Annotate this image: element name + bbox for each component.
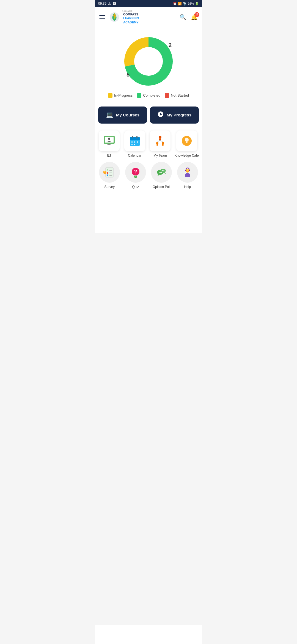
svg-rect-30 bbox=[186, 142, 188, 143]
svg-rect-8 bbox=[108, 144, 110, 144]
svg-rect-21 bbox=[159, 138, 161, 140]
chart-legend: In-Progress Completed Not Started bbox=[108, 93, 189, 98]
quiz-icon-circle: ? bbox=[125, 162, 146, 183]
donut-svg bbox=[121, 34, 176, 89]
svg-line-33 bbox=[185, 138, 185, 138]
svg-point-62 bbox=[186, 169, 189, 171]
ilt-label: ILT bbox=[107, 154, 111, 157]
chart-label-completed: 5 bbox=[127, 72, 130, 78]
svg-rect-25 bbox=[156, 144, 158, 146]
search-button[interactable]: 🔍 bbox=[180, 14, 186, 20]
svg-rect-12 bbox=[130, 139, 140, 140]
hamburger-menu[interactable] bbox=[99, 15, 105, 19]
notification-button[interactable]: 🔔 18 bbox=[191, 14, 198, 20]
legend-label-inprogress: In-Progress bbox=[114, 93, 133, 97]
svg-point-57 bbox=[161, 172, 162, 173]
header: SAMARTH COMPASS LEARNING ACADEMY 🔍 🔔 18 bbox=[95, 7, 202, 27]
svg-point-50 bbox=[135, 175, 136, 176]
logo-text-block: SAMARTH COMPASS LEARNING ACADEMY bbox=[122, 10, 139, 24]
cta-section: 💻 My Courses My Progress bbox=[95, 101, 202, 127]
battery-text: 16% bbox=[188, 2, 194, 5]
svg-rect-16 bbox=[134, 141, 135, 143]
svg-point-4 bbox=[135, 48, 162, 75]
logo-icon bbox=[109, 12, 120, 22]
svg-line-22 bbox=[157, 140, 160, 142]
header-right: 🔍 🔔 18 bbox=[180, 14, 198, 20]
knowledgecafe-icon-box bbox=[176, 130, 197, 151]
help-label: Help bbox=[184, 185, 191, 189]
myteam-label: My Team bbox=[153, 154, 167, 157]
status-bar: 09:39 ⚠ 🖼 ⏰ 📶 📡 16% 🔋 bbox=[95, 0, 202, 7]
grid-item-ilt[interactable]: ILT bbox=[98, 130, 120, 157]
svg-rect-9 bbox=[107, 144, 111, 145]
progress-icon bbox=[157, 111, 164, 119]
grid-item-knowledgecafe[interactable]: Knowledge Cafe bbox=[175, 130, 199, 157]
grid-row-2: Survey ? Quiz bbox=[98, 162, 199, 189]
alarm-icon: ⏰ bbox=[173, 2, 177, 6]
svg-rect-18 bbox=[131, 144, 133, 145]
grid-item-calendar[interactable]: Calendar bbox=[124, 130, 146, 157]
grid-item-quiz[interactable]: ? Quiz bbox=[125, 162, 147, 189]
image-icon: 🖼 bbox=[113, 2, 116, 6]
legend-dot-inprogress bbox=[108, 93, 112, 98]
notification-badge: 18 bbox=[194, 12, 199, 17]
opinionpoll-label: Opinion Poll bbox=[153, 185, 170, 189]
survey-icon-circle bbox=[99, 162, 120, 183]
calendar-icon-box bbox=[124, 130, 145, 151]
quiz-label: Quiz bbox=[132, 185, 139, 189]
calendar-label: Calendar bbox=[128, 154, 141, 157]
svg-rect-17 bbox=[137, 141, 138, 143]
grid-item-myteam[interactable]: My Team bbox=[149, 130, 171, 157]
courses-label: My Courses bbox=[116, 113, 139, 117]
wifi-icon: 📶 bbox=[178, 2, 182, 6]
my-courses-button[interactable]: 💻 My Courses bbox=[98, 107, 147, 124]
signal-icon: 📡 bbox=[183, 2, 187, 6]
svg-point-26 bbox=[162, 142, 164, 144]
opinionpoll-icon-circle bbox=[151, 162, 172, 183]
chart-section: 2 5 In-Progress Completed Not Started bbox=[95, 27, 202, 101]
svg-point-56 bbox=[160, 172, 161, 173]
myteam-icon-box bbox=[150, 130, 170, 151]
svg-line-23 bbox=[160, 140, 163, 142]
svg-text:?: ? bbox=[134, 169, 137, 174]
legend-dot-completed bbox=[137, 93, 141, 98]
legend-label-notstarted: Not Started bbox=[171, 93, 189, 97]
status-left: 09:39 ⚠ 🖼 bbox=[98, 2, 116, 6]
chart-label-inprogress: 2 bbox=[169, 42, 172, 48]
svg-point-60 bbox=[164, 170, 164, 171]
svg-rect-31 bbox=[186, 143, 187, 143]
grid-section: ILT bbox=[95, 127, 202, 195]
legend-inprogress: In-Progress bbox=[108, 93, 133, 98]
svg-line-34 bbox=[188, 138, 188, 138]
my-progress-button[interactable]: My Progress bbox=[150, 107, 199, 124]
grid-item-opinionpoll[interactable]: Opinion Poll bbox=[150, 162, 172, 189]
grid-item-survey[interactable]: Survey bbox=[98, 162, 120, 189]
survey-label: Survey bbox=[105, 185, 115, 189]
legend-label-completed: Completed bbox=[143, 93, 160, 97]
courses-icon: 💻 bbox=[106, 111, 113, 119]
svg-point-55 bbox=[159, 172, 160, 173]
svg-rect-13 bbox=[132, 136, 133, 138]
grid-item-help[interactable]: Help bbox=[177, 162, 199, 189]
help-icon-circle bbox=[177, 162, 198, 183]
status-right: ⏰ 📶 📡 16% 🔋 bbox=[173, 2, 199, 6]
svg-rect-40 bbox=[107, 172, 108, 174]
grid-row-1: ILT bbox=[98, 130, 199, 157]
svg-rect-19 bbox=[134, 144, 135, 145]
svg-rect-15 bbox=[131, 141, 133, 143]
nav-spacer bbox=[95, 195, 202, 228]
legend-notstarted: Not Started bbox=[165, 93, 189, 98]
svg-rect-41 bbox=[107, 174, 108, 176]
svg-rect-64 bbox=[189, 170, 190, 171]
main-content: 2 5 In-Progress Completed Not Started 💻 … bbox=[95, 27, 202, 233]
knowledgecafe-label: Knowledge Cafe bbox=[175, 154, 199, 157]
legend-dot-notstarted bbox=[165, 93, 169, 98]
svg-point-29 bbox=[185, 138, 189, 142]
samarth-label: SAMARTH bbox=[122, 10, 139, 12]
svg-point-7 bbox=[108, 138, 110, 140]
svg-rect-14 bbox=[136, 136, 138, 138]
warning-icon: ⚠ bbox=[108, 2, 111, 6]
svg-point-24 bbox=[156, 142, 158, 144]
logo-area: SAMARTH COMPASS LEARNING ACADEMY bbox=[109, 10, 139, 24]
svg-point-58 bbox=[162, 170, 163, 171]
